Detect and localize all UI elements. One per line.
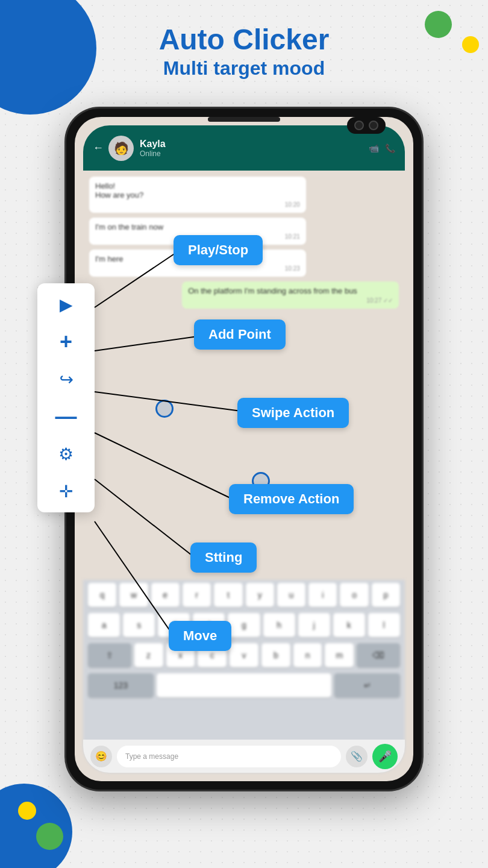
annotation-remove-action[interactable]: Remove Action [229,484,354,514]
key-o: o [340,583,368,607]
play-button[interactable]: ▶ [54,292,78,316]
key-space [157,673,331,697]
swipe-action-button[interactable]: ↩ [54,367,78,391]
app-subtitle: Multi target mood [0,56,488,81]
header-icons: 📹 📞 [369,143,395,153]
key-l: l [368,613,400,637]
video-call-icon: 📹 [369,143,379,153]
keyboard-row-2: a s d f g h j k l [83,610,405,640]
keyboard-row-1: q w e r t y u i o p [83,580,405,610]
app-title: Auto Clicker [0,24,488,56]
message-input[interactable]: Type a message [117,746,341,767]
key-i: i [308,583,337,607]
contact-avatar: 🧑 [108,136,134,161]
key-return: ↵ [334,673,400,697]
key-r: r [183,583,211,607]
settings-button[interactable]: ⚙ [54,442,78,466]
phone-cameras [347,117,386,134]
key-s: s [123,613,155,637]
phone-notch [208,117,280,122]
back-arrow-icon: ← [93,142,104,154]
key-y: y [246,583,274,607]
annotation-move[interactable]: Move [169,621,231,651]
contact-info: Kayla Online [140,139,369,158]
key-e: e [151,583,180,607]
key-h: h [263,613,295,637]
move-button[interactable]: ✛ [54,479,78,503]
decorative-dot-yellow-bottom [18,802,36,820]
camera-lens-2 [369,121,378,130]
key-t: t [214,583,242,607]
annotation-play-stop[interactable]: Play/Stop [174,235,263,265]
annotation-stting[interactable]: Stting [190,542,257,573]
key-q: q [88,583,116,607]
key-u: u [277,583,305,607]
key-shift: ⇧ [88,643,131,667]
phone-frame: ← 🧑 Kayla Online 📹 📞 Hello!How are you? … [66,108,422,790]
key-v: v [230,643,258,667]
keyboard-row-3: ⇧ z x c v b n m ⌫ [83,640,405,670]
annotation-add-point[interactable]: Add Point [194,319,286,350]
key-g: g [228,613,260,637]
side-panel: ▶ + ↩ — ⚙ ✛ [37,283,95,512]
key-k: k [333,613,365,637]
annotation-swipe-action[interactable]: Swipe Action [237,398,349,428]
contact-status: Online [140,149,369,158]
camera-lens-1 [354,121,364,130]
decorative-dot-green-bottom [36,823,63,850]
contact-name: Kayla [140,139,369,149]
key-z: z [134,643,163,667]
key-a: a [88,613,120,637]
key-n: n [293,643,322,667]
attachment-button[interactable]: 📎 [346,746,368,767]
phone-screen: ← 🧑 Kayla Online 📹 📞 Hello!How are you? … [75,117,413,781]
add-point-button[interactable]: + [54,330,78,354]
chat-input-bar: 😊 Type a message 📎 🎤 [83,740,405,773]
click-targets-overlay [83,171,405,576]
mic-button[interactable]: 🎤 [372,744,398,769]
title-area: Auto Clicker Multi target mood [0,24,488,81]
key-b: b [261,643,290,667]
emoji-button[interactable]: 😊 [90,746,112,767]
key-p: p [372,583,400,607]
key-m: m [325,643,354,667]
click-target-1 [155,400,174,418]
keyboard-row-4: 123 ↵ [83,670,405,700]
key-numbers: 123 [88,673,154,697]
key-backspace: ⌫ [357,643,400,667]
remove-action-button[interactable]: — [54,404,78,429]
key-w: w [119,583,148,607]
call-icon: 📞 [385,143,395,153]
key-j: j [298,613,330,637]
